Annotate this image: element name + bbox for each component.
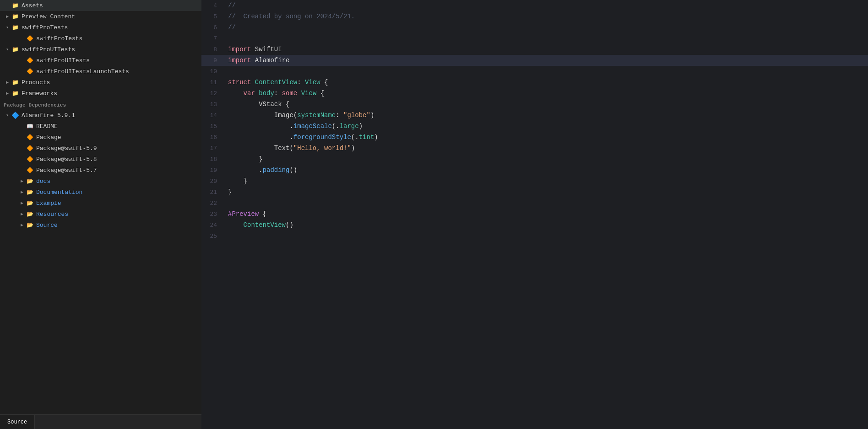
line-number: 21 (201, 187, 224, 198)
line-number: 10 (201, 66, 224, 77)
chevron-icon: ▶ (4, 91, 11, 96)
code-editor[interactable]: 4//5// Created by song on 2024/5/21.6//7… (201, 0, 868, 429)
sidebar-item-preview-content[interactable]: ▶ 📁 Preview Content (0, 11, 201, 22)
code-table: 4//5// Created by song on 2024/5/21.6//7… (201, 0, 868, 241)
folder-gear-icon: 📂 (26, 221, 34, 229)
swift-icon: 🔶 (26, 166, 34, 174)
line-content: // (224, 0, 868, 11)
line-number: 16 (201, 132, 224, 143)
line-number: 19 (201, 165, 224, 176)
line-content: // (224, 22, 868, 33)
folder-icon: 📁 (11, 12, 19, 21)
line-number: 20 (201, 176, 224, 187)
sidebar-item-label: swiftProUITests (22, 46, 75, 53)
line-content: #Preview { (224, 209, 868, 220)
chevron-icon: ▶ (4, 14, 11, 19)
line-number: 22 (201, 198, 224, 209)
sidebar-item-readme[interactable]: 📖 README (0, 121, 201, 132)
folder-icon: 📁 (11, 45, 19, 54)
sidebar-item-package-swift57[interactable]: 🔶 Package@swift-5.7 (0, 165, 201, 176)
sidebar-item-swiftprouitests[interactable]: ▾ 📁 swiftProUITests (0, 44, 201, 55)
line-number: 23 (201, 209, 224, 220)
sidebar-item-label: swiftProUITests (36, 57, 90, 64)
line-content: import Alamofire (224, 55, 868, 66)
line-number: 5 (201, 11, 224, 22)
sidebar-item-label: Package@swift-5.7 (36, 167, 97, 174)
sidebar-item-documentation[interactable]: ▶ 📂 Documentation (0, 187, 201, 198)
sidebar-item-label: Assets (22, 2, 43, 9)
line-content (224, 33, 868, 44)
folder-gear-icon: 📂 (26, 199, 34, 207)
sidebar-item-swiftprouitestslaunch[interactable]: 🔶 swiftProUITestsLaunchTests (0, 66, 201, 77)
chevron-icon: ▶ (4, 80, 11, 85)
line-number: 11 (201, 77, 224, 88)
sidebar-item-label: Resources (36, 211, 68, 218)
line-content: // Created by song on 2024/5/21. (224, 11, 868, 22)
sidebar-item-label: swiftProUITestsLaunchTests (36, 68, 129, 75)
folder-icon: 📁 (11, 1, 19, 10)
sidebar-item-package-swift58[interactable]: 🔶 Package@swift-5.8 (0, 154, 201, 165)
line-content (224, 66, 868, 77)
tab-source[interactable]: Source (0, 415, 35, 429)
sidebar-item-swiftprotests-file[interactable]: 🔶 swiftProTests (0, 33, 201, 44)
sidebar-item-label: Products (22, 79, 50, 86)
folder-gear-icon: 📂 (26, 177, 34, 185)
sidebar-tree: 📁 Assets ▶ 📁 Preview Content ▾ 📁 swiftPr… (0, 0, 201, 414)
sidebar-item-label: Source (36, 222, 58, 229)
line-content: .foregroundStyle(.tint) (224, 132, 868, 143)
sidebar-item-label: Package (36, 134, 61, 141)
sidebar-item-swiftprouitests-file[interactable]: 🔶 swiftProUITests (0, 55, 201, 66)
sidebar-item-frameworks[interactable]: ▶ 📁 Frameworks (0, 88, 201, 99)
line-number: 4 (201, 0, 224, 11)
line-content: Text("Hello, world!") (224, 143, 868, 154)
line-content: } (224, 154, 868, 165)
line-content: } (224, 176, 868, 187)
chevron-icon: ▶ (18, 222, 26, 228)
tab-label: Source (7, 419, 27, 425)
sidebar-item-label: swiftProTests (22, 24, 68, 31)
line-number: 14 (201, 110, 224, 121)
line-content: struct ContentView: View { (224, 77, 868, 88)
chevron-icon: ▾ (4, 25, 11, 30)
sidebar-item-package[interactable]: 🔶 Package (0, 132, 201, 143)
line-content: .imageScale(.large) (224, 121, 868, 132)
sidebar-item-label: Package@swift-5.8 (36, 156, 97, 163)
line-number: 24 (201, 220, 224, 231)
sidebar-item-package-swift59[interactable]: 🔶 Package@swift-5.9 (0, 143, 201, 154)
sidebar-item-source[interactable]: ▶ 📂 Source (0, 220, 201, 231)
line-number: 12 (201, 88, 224, 99)
line-content (224, 198, 868, 209)
sidebar-item-swiftprotests[interactable]: ▾ 📁 swiftProTests (0, 22, 201, 33)
line-number: 6 (201, 22, 224, 33)
code-area[interactable]: 4//5// Created by song on 2024/5/21.6//7… (201, 0, 868, 429)
line-content: VStack { (224, 99, 868, 110)
chevron-icon: ▶ (18, 211, 26, 217)
line-content (224, 231, 868, 241)
book-icon: 📖 (26, 122, 34, 130)
sidebar-item-alamofire-root[interactable]: ▾ 🔷 Alamofire 5.9.1 (0, 110, 201, 121)
chevron-icon: ▾ (4, 47, 11, 52)
alamofire-pkg-icon: 🔷 (11, 111, 19, 119)
sidebar-item-label: Alamofire 5.9.1 (22, 112, 75, 119)
line-number: 8 (201, 44, 224, 55)
sidebar-item-label: Package@swift-5.9 (36, 145, 97, 152)
swift-icon: 🔶 (26, 144, 34, 152)
sidebar-item-resources[interactable]: ▶ 📂 Resources (0, 209, 201, 220)
sidebar-item-label: Preview Content (22, 13, 75, 20)
line-number: 18 (201, 154, 224, 165)
chevron-icon: ▶ (18, 200, 26, 206)
sidebar-item-assets[interactable]: 📁 Assets (0, 0, 201, 11)
line-content: .padding() (224, 165, 868, 176)
line-number: 9 (201, 55, 224, 66)
sidebar-item-label: Example (36, 200, 61, 207)
sidebar-item-products[interactable]: ▶ 📁 Products (0, 77, 201, 88)
sidebar: 📁 Assets ▶ 📁 Preview Content ▾ 📁 swiftPr… (0, 0, 201, 429)
sidebar-item-example[interactable]: ▶ 📂 Example (0, 198, 201, 209)
line-number: 13 (201, 99, 224, 110)
sidebar-item-label: README (36, 123, 58, 130)
sidebar-item-docs[interactable]: ▶ 📂 docs (0, 176, 201, 187)
line-content: import SwiftUI (224, 44, 868, 55)
folder-icon: 📁 (11, 89, 19, 97)
sidebar-item-label: swiftProTests (36, 35, 82, 42)
swift-icon: 🔶 (26, 56, 34, 64)
